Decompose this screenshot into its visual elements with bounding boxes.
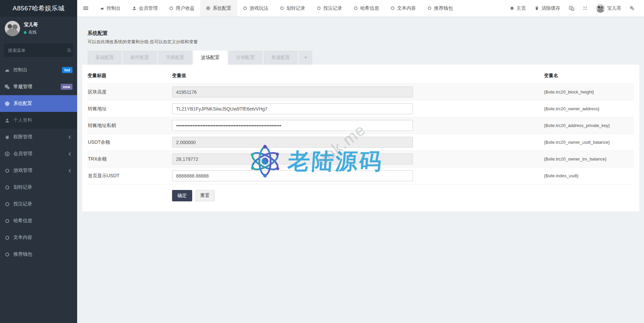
circle-icon (5, 185, 10, 190)
sidebar-item-permissions[interactable]: 权限管理 (0, 129, 77, 145)
sidebar-toggle-button[interactable] (77, 0, 94, 16)
circle-icon (5, 252, 10, 257)
panel-heading: 系统配置 可以在此增改系统的变量和分组,也可以自定义分组和变量 基础配置 邮件配… (82, 25, 639, 65)
chevron-left-icon (67, 135, 72, 140)
table-row: TRX余额 {$site.trc20_owner_trx_balance} (88, 150, 634, 167)
trx-balance-input[interactable] (172, 153, 413, 165)
sidebar-item-transfer-records[interactable]: 划转记录 (0, 179, 77, 196)
menu-search-box (4, 44, 73, 57)
variable-name: {$site.trc20_owner_address} (544, 106, 634, 111)
circle-icon (390, 6, 395, 10)
avatar (596, 4, 605, 13)
home-button[interactable]: 主页 (505, 5, 530, 11)
sidebar-item-bet-records[interactable]: 投注记录 (0, 196, 77, 212)
cogs-icon (5, 84, 10, 89)
chevron-left-icon (67, 168, 72, 173)
table-row: 转账地址 {$site.trc20_owner_address} (88, 100, 634, 117)
table-row: USDT余额 {$site.trc20_owner_usdt_balance} (88, 134, 634, 150)
circle-icon (5, 168, 10, 173)
tab-tron-config[interactable]: 波场配置 (193, 51, 227, 65)
topnav-item-transfer-records[interactable]: 划转记录 (274, 0, 311, 16)
variable-name: {$site.trc20_block_height} (544, 89, 634, 94)
main-content: 系统配置 可以在此增改系统的变量和分组,也可以自定义分组和变量 基础配置 邮件配… (77, 17, 644, 323)
sidebar-item-dashboard[interactable]: 控制台 hot (0, 62, 77, 78)
circle-icon (354, 6, 358, 10)
new-badge: new (61, 84, 72, 90)
page-title: 系统配置 (88, 30, 634, 37)
hot-badge: hot (62, 67, 72, 73)
variable-name: {$site.trc20_address_private_key} (544, 123, 634, 128)
fullscreen-button[interactable] (579, 6, 592, 10)
variable-name: {$site.trc20_owner_trx_balance} (544, 156, 634, 162)
language-button[interactable] (565, 6, 579, 11)
menu-search-input[interactable] (8, 48, 67, 53)
users-icon (5, 135, 10, 140)
user-circle-icon (5, 151, 10, 156)
add-tab-button[interactable]: + (299, 51, 312, 65)
topnav-item-dashboard[interactable]: 控制台 (94, 0, 126, 16)
tab-distribution-config[interactable]: 分销配置 (228, 51, 263, 65)
topnav-item-game-play[interactable]: 游戏玩法 (237, 0, 274, 16)
sidebar-item-hash-info[interactable]: 哈希信息 (0, 212, 77, 229)
sidebar-item-members[interactable]: 会员管理 (0, 145, 77, 162)
reset-button[interactable]: 重置 (195, 190, 215, 201)
sidebar-submenu: 系统配置 个人资料 (0, 95, 77, 129)
sidebar-item-profile[interactable]: 个人资料 (0, 112, 77, 129)
transfer-address-input[interactable] (172, 103, 413, 114)
topnav-item-text-content[interactable]: 文本内容 (385, 0, 422, 16)
usdt-balance-input[interactable] (172, 137, 413, 148)
column-header-title: 变量标题 (88, 73, 172, 79)
circle-icon (317, 6, 321, 10)
app-title: A8567哈希娱乐城 (0, 0, 77, 17)
tab-dictionary-config[interactable]: 字典配置 (158, 51, 192, 65)
block-height-input[interactable] (172, 86, 413, 98)
topnav-right: 主页 清除缓存 宝儿哥 (505, 0, 644, 16)
trash-icon (535, 6, 539, 10)
online-status: 在线 (24, 29, 38, 35)
topnav-item-recommend-wallet[interactable]: 推荐钱包 (422, 0, 459, 16)
circle-icon (5, 218, 10, 223)
hamburger-icon (83, 6, 88, 11)
table-rows: 区块高度 {$site.trc20_block_height} 转账地址 {$s… (88, 83, 634, 184)
username-label: 宝儿哥 (607, 5, 621, 11)
sidebar-item-recommend-wallet[interactable]: 推荐钱包 (0, 246, 77, 263)
user-icon (5, 118, 10, 123)
online-dot-icon (24, 31, 26, 34)
user-menu[interactable]: 宝儿哥 (592, 4, 626, 13)
circle-icon (5, 235, 10, 240)
gear-icon (206, 6, 210, 10)
topnav-item-hash-info[interactable]: 哈希信息 (348, 0, 385, 16)
tab-customer-service-config[interactable]: 客服配置 (264, 51, 298, 65)
chevron-left-icon (67, 151, 72, 156)
topnav-item-members[interactable]: 会员管理 (126, 0, 163, 16)
sidebar-item-game-management[interactable]: 游戏管理 (0, 162, 77, 179)
index-usdt-input[interactable] (172, 170, 413, 181)
sidebar-item-system-config[interactable]: 系统配置 (0, 95, 77, 112)
tab-email-config[interactable]: 邮件配置 (123, 51, 157, 65)
language-icon (569, 6, 574, 11)
page-description: 可以在此增改系统的变量和分组,也可以自定义分组和变量 (88, 39, 634, 45)
settings-button[interactable] (626, 6, 639, 10)
variable-name: {$site.trc20_owner_usdt_balance} (544, 140, 634, 145)
circle-icon (280, 6, 284, 10)
user-icon (132, 6, 137, 10)
top-bar: A8567哈希娱乐城 控制台 会员管理 用户收益 系统配置 游戏玩法 划转记录 … (0, 0, 644, 17)
column-header-name: 变量名 (544, 73, 634, 79)
sidebar-item-text-content[interactable]: 文本内容 (0, 229, 77, 246)
submit-button[interactable]: 确定 (172, 190, 192, 201)
topnav-item-user-income[interactable]: 用户收益 (163, 0, 200, 16)
variable-name: {$site.index_usdt} (544, 173, 634, 178)
dashboard-icon (5, 68, 10, 73)
config-panel: 系统配置 可以在此增改系统的变量和分组,也可以自定义分组和变量 基础配置 邮件配… (82, 25, 639, 211)
column-header-value: 变量值 (172, 73, 544, 79)
tab-basic-config[interactable]: 基础配置 (88, 51, 122, 65)
topnav-item-bet-records[interactable]: 投注记录 (311, 0, 348, 16)
private-key-input[interactable] (172, 120, 413, 131)
clear-cache-button[interactable]: 清除缓存 (530, 5, 565, 11)
sidebar-item-general-management[interactable]: 常规管理 new (0, 78, 77, 95)
table-row: 首页显示USDT {$site.index_usdt} (88, 167, 634, 184)
circle-icon (5, 202, 10, 207)
topnav-item-system-config[interactable]: 系统配置 (200, 0, 237, 16)
panel-body: 变量标题 变量值 变量名 区块高度 {$site.trc20_block_hei… (82, 65, 639, 211)
home-icon (510, 6, 514, 10)
